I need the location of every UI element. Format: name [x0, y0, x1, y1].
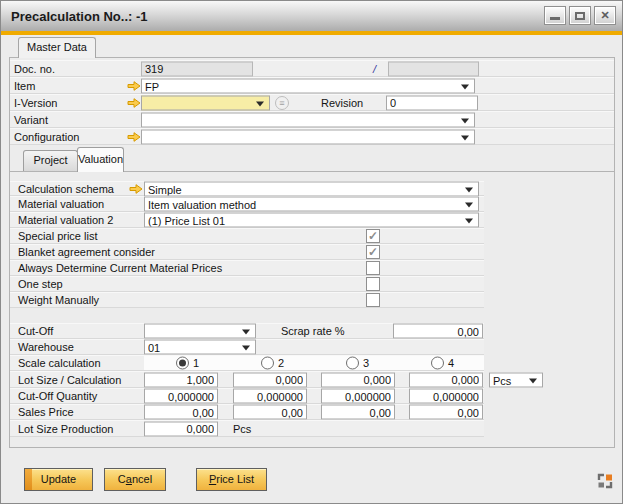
chevron-down-icon [465, 219, 473, 224]
i-version-dropdown[interactable] [141, 95, 270, 110]
material-valuation-label: Material valuation [18, 198, 104, 210]
item-value: FP [145, 80, 458, 92]
link-arrow-icon[interactable] [127, 131, 141, 142]
update-button[interactable]: Update [24, 468, 93, 491]
variant-row: Variant [10, 111, 614, 128]
minimize-button[interactable] [544, 6, 566, 25]
variant-dropdown[interactable] [141, 112, 475, 127]
chevron-down-icon [461, 84, 469, 89]
material-valuation-2-value: (1) Price List 01 [148, 215, 462, 227]
chevron-down-icon [461, 118, 469, 123]
lot-size-production-unit: Pcs [233, 423, 251, 435]
sales-price-input-2[interactable] [233, 405, 307, 420]
warehouse-value: 01 [148, 342, 239, 354]
special-price-list-row: Special price list [10, 228, 484, 244]
one-step-label: One step [18, 278, 63, 290]
accent-bar [1, 31, 622, 35]
scrap-rate-label: Scrap rate % [281, 325, 345, 337]
chevron-down-icon [529, 378, 537, 383]
sales-price-input-3[interactable] [321, 405, 395, 420]
calculation-schema-row: Calculation schema Simple [10, 181, 484, 196]
material-valuation-2-dropdown[interactable]: (1) Price List 01 [144, 213, 479, 228]
scale-radio-1[interactable] [176, 357, 189, 370]
item-row: Item FP [10, 77, 614, 94]
expand-form-icon[interactable] [597, 473, 613, 489]
revision-input[interactable] [386, 95, 478, 110]
tab-valuation-label: Valuation [78, 153, 123, 165]
lot-size-calc-input-4[interactable] [409, 372, 483, 387]
chevron-down-icon [465, 187, 473, 192]
lot-size-production-label: Lot Size Production [18, 423, 113, 435]
lot-size-calc-input-3[interactable] [321, 372, 395, 387]
maximize-icon [575, 12, 585, 20]
lot-size-calc-input-1[interactable] [144, 372, 218, 387]
doc-no-suffix-input[interactable] [388, 61, 479, 76]
one-step-checkbox[interactable] [366, 277, 380, 291]
item-dropdown[interactable]: FP [141, 78, 475, 93]
maximize-button[interactable] [569, 6, 591, 25]
one-step-row: One step [10, 276, 484, 292]
tab-project[interactable]: Project [23, 150, 78, 171]
always-determine-prices-checkbox[interactable] [366, 261, 380, 275]
configuration-dropdown[interactable] [141, 129, 475, 144]
calculation-schema-dropdown[interactable]: Simple [144, 181, 479, 196]
link-arrow-icon[interactable] [127, 97, 141, 108]
warehouse-row: Warehouse 01 [10, 339, 484, 355]
calculation-schema-label: Calculation schema [18, 183, 114, 195]
cut-off-qty-input-1[interactable] [144, 389, 218, 404]
link-arrow-icon[interactable] [129, 183, 143, 194]
material-valuation-2-label: Material valuation 2 [18, 214, 113, 226]
doc-no-row: Doc. no. / [10, 60, 614, 77]
scale-calculation-row: Scale calculation 1 2 3 4 [10, 355, 484, 371]
chevron-down-icon [465, 203, 473, 208]
tab-valuation[interactable]: Valuation [77, 147, 124, 172]
sales-price-input-1[interactable] [144, 405, 218, 420]
blanket-agreement-row: Blanket agreement consider [10, 244, 484, 260]
variant-label: Variant [14, 114, 48, 126]
cut-off-qty-input-3[interactable] [321, 389, 395, 404]
cancel-button[interactable]: Cancel [104, 468, 166, 491]
lot-size-calc-input-2[interactable] [233, 372, 307, 387]
weight-manually-checkbox[interactable] [366, 293, 380, 307]
cut-off-label: Cut-Off [18, 325, 53, 337]
tab-master-data[interactable]: Master Data [18, 37, 96, 58]
scale-radio-4[interactable] [431, 357, 444, 370]
sales-price-input-4[interactable] [409, 405, 483, 420]
scale-radio-3-label: 3 [363, 357, 369, 369]
lot-size-production-input[interactable] [144, 421, 218, 436]
update-button-accent [25, 469, 32, 490]
weight-manually-label: Weight Manually [18, 294, 99, 306]
doc-no-input[interactable] [141, 61, 253, 76]
blanket-agreement-checkbox[interactable] [366, 245, 380, 259]
chevron-down-icon [242, 330, 250, 335]
chevron-down-icon [242, 346, 250, 351]
configuration-label: Configuration [14, 131, 79, 143]
configuration-row: Configuration [10, 128, 614, 145]
sales-price-row: Sales Price [10, 404, 484, 420]
item-label: Item [14, 80, 35, 92]
special-price-list-checkbox[interactable] [366, 229, 380, 243]
scale-radio-3[interactable] [346, 357, 359, 370]
sales-price-label: Sales Price [18, 406, 74, 418]
material-valuation-dropdown[interactable]: Item valuation method [144, 197, 479, 212]
warehouse-label: Warehouse [18, 341, 74, 353]
calculation-schema-value: Simple [148, 183, 462, 195]
tab-project-label: Project [33, 154, 67, 166]
price-list-button[interactable]: Price List [196, 468, 267, 491]
scrap-rate-input[interactable] [393, 324, 483, 339]
cut-off-dropdown[interactable] [144, 324, 256, 339]
link-arrow-icon[interactable] [127, 80, 141, 91]
i-version-label: I-Version [14, 97, 57, 109]
scale-radio-2[interactable] [261, 357, 274, 370]
cut-off-row: Cut-Off Scrap rate % [10, 323, 484, 339]
close-button[interactable]: ✕ [594, 6, 616, 25]
doc-no-separator: / [373, 63, 376, 75]
list-selector-icon[interactable]: ≡ [275, 96, 289, 110]
material-valuation-value: Item valuation method [148, 199, 462, 211]
doc-no-label: Doc. no. [14, 63, 55, 75]
special-price-list-label: Special price list [18, 230, 97, 242]
cut-off-qty-input-2[interactable] [233, 389, 307, 404]
uom-dropdown[interactable]: Pcs [489, 372, 543, 387]
warehouse-dropdown[interactable]: 01 [144, 340, 256, 355]
cut-off-qty-input-4[interactable] [409, 389, 483, 404]
